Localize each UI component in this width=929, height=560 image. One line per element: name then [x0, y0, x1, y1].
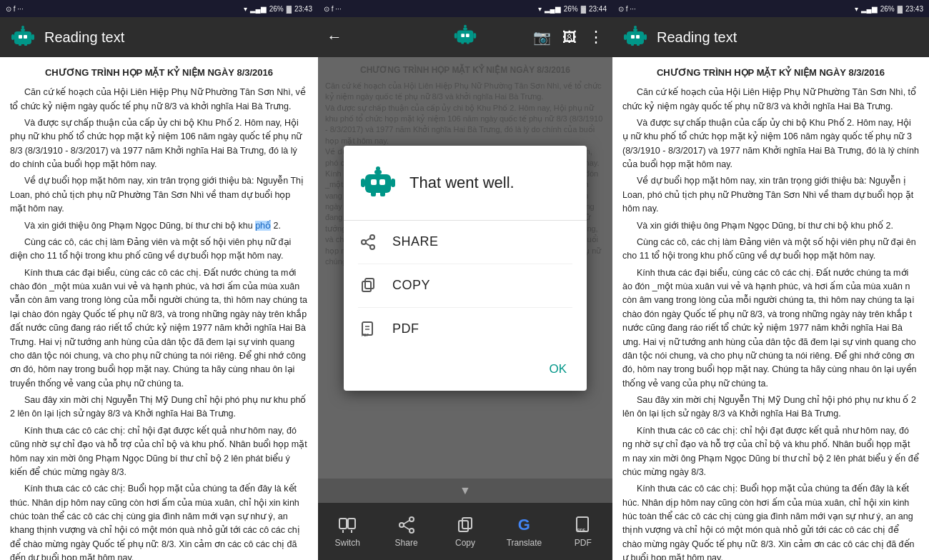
popup-share-action[interactable]: SHARE — [358, 221, 572, 264]
nav-pdf-svg: PDF — [574, 516, 592, 534]
svg-point-30 — [370, 245, 374, 249]
svg-rect-11 — [461, 34, 464, 37]
popup-pdf-action[interactable]: PDF PDF — [358, 308, 572, 351]
bg-p2: Và được sự chấp thuận của cấp ủy chi bộ … — [325, 103, 605, 147]
left-title: Reading text — [44, 29, 309, 46]
left-panel: ⊙ f ··· ▾ ▂▄▆ 26% ▓ 23:43 R — [0, 0, 318, 560]
svg-rect-19 — [365, 174, 391, 193]
svg-point-43 — [409, 517, 414, 521]
svg-rect-26 — [371, 190, 376, 196]
svg-rect-25 — [391, 179, 395, 187]
middle-status-bar: ⊙ f ··· ▾ ▂▄▆ 26% ▓ 23:44 — [318, 0, 612, 17]
svg-rect-0 — [14, 31, 31, 44]
right-signal-icon: ▂▄▆ — [861, 5, 878, 13]
left-status-right: ▾ ▂▄▆ 26% ▓ 23:43 — [244, 5, 312, 13]
nav-copy-svg — [456, 516, 475, 534]
left-content-heading: CHƯƠNG TRÌNH HỌP MẶT KỶ NIỆM NGÀY 8/3/20… — [10, 66, 308, 80]
success-popup: That went well. SHARE — [344, 146, 587, 391]
svg-text:PDF: PDF — [362, 333, 369, 337]
nav-translate[interactable]: G Translate — [495, 515, 553, 548]
right-battery-icon: ▓ — [898, 5, 903, 13]
svg-rect-27 — [380, 190, 385, 196]
middle-top-bar: ← 📷 🖼 ⋮ — [318, 17, 612, 57]
bottom-nav: Switch Share Co — [318, 503, 612, 560]
svg-rect-57 — [624, 34, 627, 40]
left-app-logo — [9, 23, 37, 51]
nav-switch[interactable]: Switch — [318, 515, 377, 548]
left-content[interactable]: CHƯƠNG TRÌNH HỌP MẶT KỶ NIỆM NGÀY 8/3/20… — [0, 57, 318, 560]
back-button[interactable]: ← — [327, 28, 342, 46]
svg-line-32 — [366, 238, 371, 241]
copy-svg — [359, 277, 377, 294]
left-para-9: Kính thưa các cô các chị: Buổi họp mặt c… — [10, 482, 308, 560]
middle-content-area: CHƯƠNG TRÌNH HỌP MẶT KỶ NIỆM NGÀY 8/3/20… — [318, 57, 612, 479]
nav-copy-icon — [455, 515, 475, 535]
svg-rect-59 — [631, 41, 634, 46]
right-para-3: Về dự buổi họp mặt hôm nay, xin trân trọ… — [622, 174, 919, 216]
right-status-bar: ⊙ f ··· ▾ ▂▄▆ 26% ▓ 23:43 — [612, 0, 929, 17]
svg-rect-60 — [637, 41, 640, 46]
svg-rect-54 — [636, 35, 640, 39]
popup-copy-action[interactable]: COPY — [358, 264, 572, 308]
left-status-bar: ⊙ f ··· ▾ ▂▄▆ 26% ▓ 23:43 — [0, 0, 318, 17]
battery-level: 26% — [269, 5, 284, 13]
svg-rect-49 — [459, 521, 468, 531]
nav-translate-icon: G — [514, 515, 534, 535]
svg-line-31 — [366, 243, 371, 246]
right-status-right: ▾ ▂▄▆ 26% ▓ 23:43 — [855, 5, 923, 13]
svg-point-44 — [399, 523, 404, 527]
right-content[interactable]: CHƯƠNG TRÌNH HỌP MẶT KỶ NIỆM NGÀY 8/3/20… — [612, 57, 929, 560]
middle-status-left: ⊙ f ··· — [324, 5, 342, 13]
svg-rect-13 — [463, 28, 467, 31]
image-icon[interactable]: 🖼 — [562, 29, 577, 46]
svg-line-46 — [404, 526, 409, 530]
left-para-1: Căn cứ kế hoạch của Hội Liên Hiệp Phụ Nữ… — [10, 86, 308, 114]
svg-rect-55 — [633, 29, 637, 31]
middle-time: 23:44 — [589, 5, 607, 13]
middle-panel: ⊙ f ··· ▾ ▂▄▆ 26% ▓ 23:44 ← — [318, 0, 612, 560]
svg-rect-6 — [11, 34, 14, 40]
popup-ok-button[interactable]: OK — [543, 359, 572, 379]
popup-robot-svg — [358, 163, 398, 203]
highlighted-word: phố — [255, 221, 271, 231]
middle-top-logo — [452, 22, 479, 52]
svg-rect-33 — [365, 279, 374, 289]
nav-share[interactable]: Share — [377, 515, 435, 548]
right-app-logo — [621, 23, 650, 51]
right-robot-svg — [621, 23, 650, 51]
middle-top-icons: 📷 🖼 ⋮ — [533, 28, 604, 46]
more-icon[interactable]: ⋮ — [588, 28, 604, 46]
battery-icon: ▓ — [287, 5, 292, 13]
svg-rect-17 — [461, 40, 464, 44]
right-time: 23:43 — [905, 5, 923, 13]
left-para-5: Cùng các cô, các chị làm Đảng viên và mộ… — [10, 236, 308, 264]
nav-switch-label: Switch — [335, 538, 360, 548]
nav-pdf-label: PDF — [575, 538, 592, 548]
left-para-4: Và xin giới thiệu ông Phạm Ngọc Dũng, bí… — [10, 219, 308, 233]
bg-p1: Căn cứ kế hoạch của Hội Liên Hiệp Phụ Nữ… — [325, 81, 605, 103]
pdf-svg: PDF — [359, 321, 377, 338]
svg-rect-24 — [361, 179, 365, 187]
middle-status-right: ▾ ▂▄▆ 26% ▓ 23:44 — [538, 5, 607, 13]
svg-rect-48 — [462, 518, 472, 529]
bg-heading: CHƯƠNG TRÌNH HỌP MẶT KỶ NIỆM NGÀY 8/3/20… — [325, 64, 605, 76]
right-status-left: ⊙ f ··· — [618, 5, 636, 13]
nav-pdf[interactable]: PDF PDF — [554, 515, 612, 548]
middle-battery-icon: ▓ — [581, 5, 586, 13]
svg-line-47 — [404, 521, 409, 524]
nav-share-svg — [397, 516, 416, 534]
scroll-indicator: ▼ — [318, 479, 612, 503]
nav-translate-label: Translate — [507, 538, 542, 548]
svg-rect-1 — [19, 35, 22, 39]
right-para-8: Kính thưa các cô các chị: chỉ hội đạt đư… — [622, 424, 919, 480]
right-notif-icons: ⊙ f ··· — [618, 5, 636, 13]
svg-point-29 — [362, 240, 366, 244]
right-title: Reading text — [657, 29, 920, 46]
nav-copy[interactable]: Copy — [436, 515, 495, 548]
camera-icon[interactable]: 📷 — [533, 29, 551, 46]
svg-point-56 — [634, 26, 637, 29]
popup-copy-label: COPY — [392, 278, 430, 293]
right-top-bar: Reading text — [612, 17, 929, 57]
svg-point-23 — [376, 166, 380, 171]
svg-rect-18 — [467, 40, 470, 44]
